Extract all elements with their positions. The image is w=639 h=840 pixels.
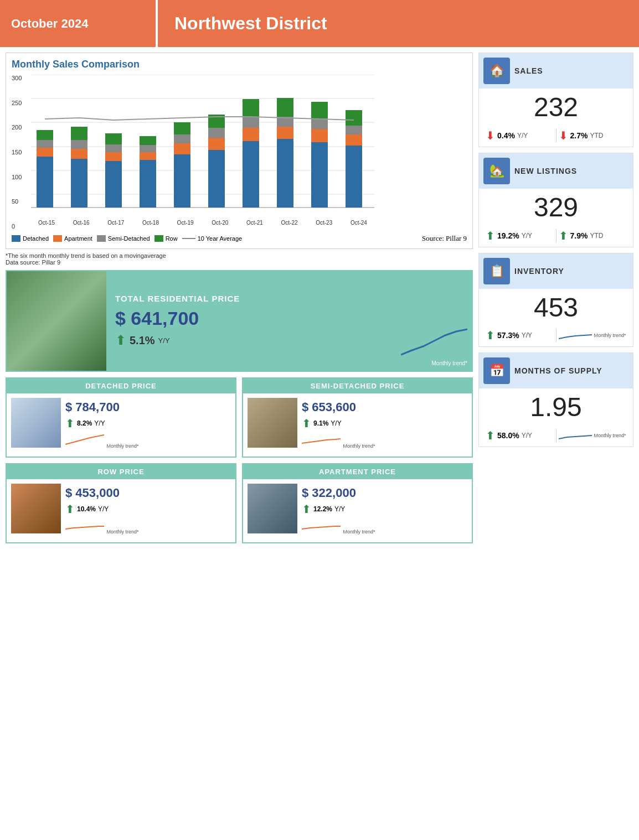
detached-photo — [11, 398, 61, 448]
sales-value: 232 — [486, 93, 626, 122]
inventory-footer: ⬆ 57.3% Y/Y Monthly trend* — [479, 326, 633, 346]
header-district-section: Northwest District — [156, 0, 639, 47]
semi-trend-row: Monthly trend* — [302, 432, 465, 450]
new-listings-footer: ⬆ 19.2% Y/Y ⬆ 7.9% YTD — [479, 227, 633, 247]
detached-info: $ 784,700 ⬆ 8.2% Y/Y Monthly trend* — [63, 398, 231, 452]
apartment-pct: 12.2% — [313, 505, 332, 513]
svg-rect-13 — [71, 140, 87, 149]
inventory-body: 453 — [479, 289, 633, 327]
svg-rect-44 — [346, 134, 362, 146]
sales-yy-metric: ⬇ 0.4% Y/Y — [486, 129, 554, 142]
months-supply-header: 📅 MONTHS OF SUPPLY — [479, 353, 633, 388]
new-listings-yy-metric: ⬆ 19.2% Y/Y — [486, 229, 554, 242]
svg-rect-41 — [311, 118, 328, 129]
inventory-icon: 📋 — [483, 258, 510, 284]
apartment-price: $ 322,000 — [302, 486, 465, 500]
inventory-yy-metric: ⬆ 57.3% Y/Y — [486, 329, 554, 342]
svg-rect-14 — [71, 127, 87, 140]
months-supply-trend-chart — [559, 429, 592, 442]
sales-yy-label: Y/Y — [517, 132, 528, 139]
months-supply-trend-metric: Monthly trend* — [559, 429, 627, 442]
semi-card: SEMI-DETACHED PRICE $ 653,600 ⬆ 9.1% Y/Y — [242, 377, 473, 458]
svg-rect-21 — [140, 145, 156, 152]
price-row-2: ROW PRICE $ 453,000 ⬆ 10.4% Y/Y — [6, 463, 473, 543]
residential-label: TOTAL RESIDENTIAL PRICE — [115, 294, 388, 303]
legend-detached: Detached — [12, 235, 49, 242]
svg-rect-46 — [346, 110, 362, 126]
header-date-section: October 2024 — [0, 0, 156, 47]
row-pct: 10.4% — [77, 505, 96, 513]
apartment-photo — [248, 484, 297, 533]
row-trend-label: Monthly trend* — [106, 529, 138, 535]
new-listings-label: NEW LISTINGS — [514, 167, 577, 175]
chart-container: Monthly Sales Comparison 300 250 200 150… — [6, 53, 473, 249]
svg-rect-33 — [243, 117, 259, 128]
inventory-value: 453 — [486, 293, 626, 323]
residential-price-section: TOTAL RESIDENTIAL PRICE $ 641,700 ⬆ 5.1%… — [6, 270, 473, 372]
svg-rect-38 — [277, 98, 293, 117]
residential-change: ⬆ 5.1% Y/Y — [115, 333, 388, 348]
legend-average: 10 Year Average — [182, 235, 243, 242]
header-district: Northwest District — [174, 13, 327, 34]
main-content: Monthly Sales Comparison 300 250 200 150… — [0, 47, 639, 549]
inventory-divider — [556, 329, 556, 342]
svg-rect-26 — [174, 122, 190, 134]
inventory-yy-up-icon: ⬆ — [486, 329, 495, 342]
residential-up-icon: ⬆ — [115, 333, 126, 348]
sales-header: 🏠 SALES — [479, 53, 633, 89]
inventory-header: 📋 INVENTORY — [479, 253, 633, 289]
new-listings-yy-up-icon: ⬆ — [486, 229, 495, 242]
semi-photo — [248, 398, 297, 448]
apartment-trend-chart — [302, 518, 341, 533]
inventory-yy-pct: 57.3% — [497, 331, 519, 340]
new-listings-ytd-pct: 7.9% — [570, 231, 588, 240]
inventory-trend-metric: Monthly trend* — [559, 329, 627, 342]
svg-rect-31 — [243, 141, 259, 208]
chart-area: 300 250 200 150 100 50 0 — [12, 75, 467, 230]
row-photo — [11, 484, 61, 533]
row-card: ROW PRICE $ 453,000 ⬆ 10.4% Y/Y — [6, 463, 236, 543]
semi-info: $ 653,600 ⬆ 9.1% Y/Y Monthly trend* — [300, 398, 467, 452]
svg-rect-8 — [37, 148, 53, 157]
months-supply-card: 📅 MONTHS OF SUPPLY 1.95 ⬆ 58.0% Y/Y Mont… — [478, 352, 633, 447]
svg-rect-19 — [140, 160, 156, 208]
sales-label: SALES — [514, 66, 543, 75]
detached-price: $ 784,700 — [65, 400, 229, 414]
row-header: ROW PRICE — [7, 464, 235, 479]
sales-icon: 🏠 — [483, 58, 510, 84]
semi-trend-label: Monthly trend* — [343, 443, 375, 449]
apartment-period: Y/Y — [334, 505, 345, 513]
new-listings-ytd-metric: ⬆ 7.9% YTD — [559, 229, 627, 242]
detached-up-icon: ⬆ — [65, 417, 75, 430]
sales-body: 232 — [479, 89, 633, 127]
sales-ytd-pct: 2.7% — [570, 131, 588, 140]
detached-period: Y/Y — [94, 419, 105, 427]
svg-rect-16 — [105, 152, 122, 161]
residential-price: $ 641,700 — [115, 308, 388, 329]
svg-rect-24 — [174, 143, 190, 154]
months-supply-divider — [556, 429, 556, 442]
residential-period: Y/Y — [158, 336, 170, 345]
semi-change: ⬆ 9.1% Y/Y — [302, 417, 465, 430]
chart-y-axis: 300 250 200 150 100 50 0 — [12, 75, 24, 230]
svg-rect-18 — [105, 133, 122, 144]
inventory-trend-chart — [559, 329, 592, 342]
detached-header: DETACHED PRICE — [7, 378, 235, 393]
residential-info: TOTAL RESIDENTIAL PRICE $ 641,700 ⬆ 5.1%… — [106, 271, 396, 371]
months-supply-yy-up-icon: ⬆ — [486, 429, 495, 442]
new-listings-yy-pct: 19.2% — [497, 231, 519, 240]
new-listings-ytd-label: YTD — [590, 232, 603, 240]
months-supply-icon: 📅 — [483, 357, 510, 384]
svg-rect-35 — [277, 139, 293, 208]
residential-trend-section: Monthly trend* — [396, 271, 472, 371]
sales-yy-down-icon: ⬇ — [486, 129, 495, 142]
row-body: $ 453,000 ⬆ 10.4% Y/Y Monthly trend* — [7, 479, 235, 542]
months-supply-footer: ⬆ 58.0% Y/Y Monthly trend* — [479, 427, 633, 447]
apartment-trend-row: Monthly trend* — [302, 518, 465, 536]
residential-trend-label: Monthly trend* — [432, 360, 467, 366]
residential-pct: 5.1% — [130, 334, 155, 347]
price-row-1: DETACHED PRICE $ 784,700 ⬆ 8.2% Y/Y — [6, 377, 473, 458]
months-supply-yy-pct: 58.0% — [497, 431, 519, 440]
sales-divider — [556, 129, 556, 142]
apartment-up-icon: ⬆ — [302, 502, 311, 516]
